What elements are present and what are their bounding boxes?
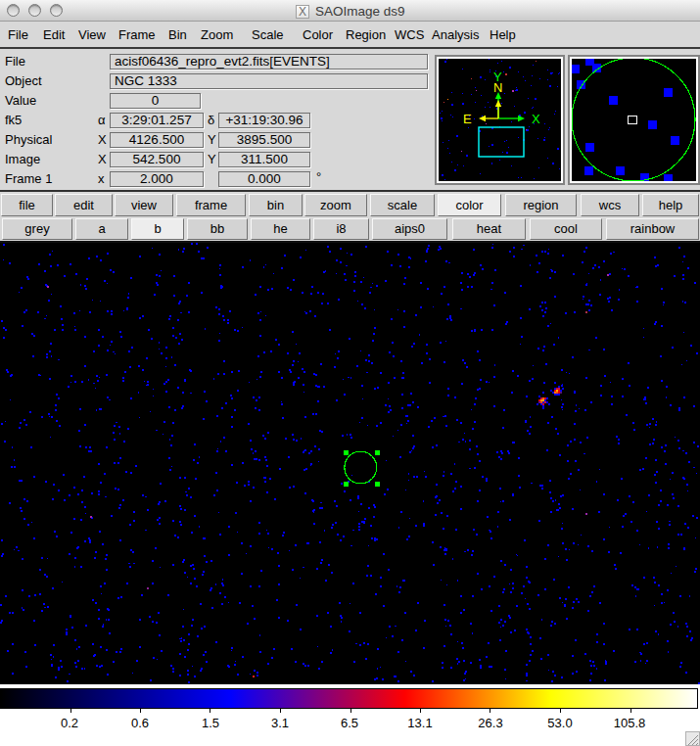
- svg-text:E: E: [463, 112, 472, 126]
- svg-text:N: N: [493, 80, 502, 95]
- svg-text:X: X: [532, 112, 540, 126]
